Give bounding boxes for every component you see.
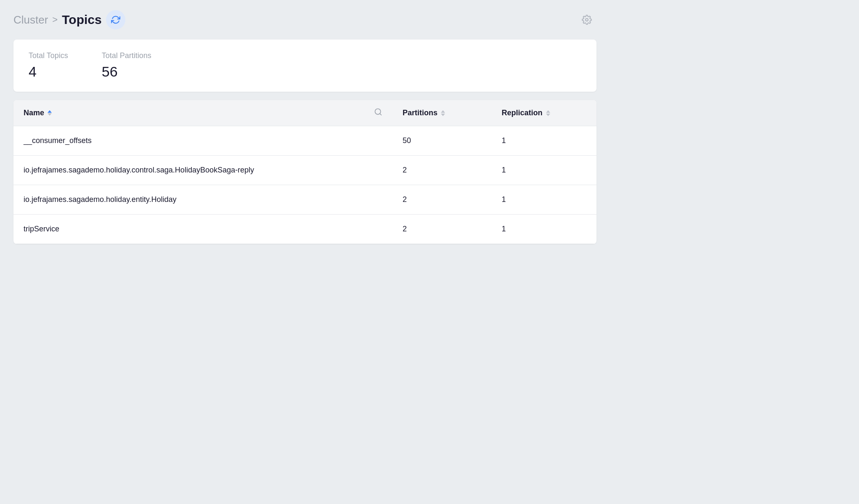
refresh-button[interactable] [106,10,125,29]
topic-partitions-cell: 2 [392,185,492,215]
total-partitions-value: 56 [102,64,151,80]
total-topics-value: 4 [29,64,68,80]
table-row[interactable]: tripService21 [13,215,597,244]
topic-replication-cell: 1 [492,215,597,244]
breadcrumb: Cluster > Topics [13,10,125,29]
topic-name: __consumer_offsets [24,136,92,145]
topic-partitions-cell: 50 [392,126,492,156]
topic-name-cell: io.jefrajames.sagademo.holiday.entity.Ho… [13,185,392,215]
settings-icon [582,15,592,25]
breadcrumb-cluster: Cluster [13,13,48,27]
column-header-replication[interactable]: Replication [492,100,597,126]
sort-down-arrow [48,113,52,116]
column-partitions-label: Partitions [403,109,437,117]
total-partitions-label: Total Partitions [102,51,151,60]
sort-down-gray-rep [546,114,550,116]
total-topics-stat: Total Topics 4 [29,51,68,80]
topic-partitions-cell: 2 [392,156,492,185]
name-search-icon[interactable] [374,108,382,118]
topic-name: io.jefrajames.sagademo.holiday.control.s… [24,166,254,174]
topic-name: tripService [24,225,59,233]
partitions-sort-icon[interactable] [441,110,445,116]
svg-line-2 [380,114,382,115]
replication-sort-icon[interactable] [546,110,550,116]
topic-replication-cell: 1 [492,156,597,185]
breadcrumb-separator: > [52,14,58,25]
topic-name-cell: io.jefrajames.sagademo.holiday.control.s… [13,156,392,185]
column-name-label: Name [24,109,44,117]
table-row[interactable]: io.jefrajames.sagademo.holiday.entity.Ho… [13,185,597,215]
sort-down-gray [441,114,445,116]
topic-name: io.jefrajames.sagademo.holiday.entity.Ho… [24,195,177,204]
topics-table-container: Name [13,100,597,244]
column-replication-label: Replication [502,109,543,117]
topic-replication-cell: 1 [492,185,597,215]
topic-name-cell: __consumer_offsets [13,126,392,156]
table-header-row: Name [13,100,597,126]
sort-up-gray [441,110,445,113]
sort-up-arrow [48,110,52,113]
topics-table: Name [13,100,597,244]
page-title: Topics [62,13,101,27]
topic-name-cell: tripService [13,215,392,244]
refresh-icon [111,15,120,24]
settings-button[interactable] [577,10,597,29]
sort-up-gray-rep [546,110,550,113]
table-row[interactable]: __consumer_offsets501 [13,126,597,156]
topic-replication-cell: 1 [492,126,597,156]
column-header-partitions[interactable]: Partitions [392,100,492,126]
topic-partitions-cell: 2 [392,215,492,244]
page-header: Cluster > Topics [13,10,597,29]
name-sort-icon[interactable] [48,110,52,116]
total-partitions-stat: Total Partitions 56 [102,51,151,80]
column-header-name[interactable]: Name [13,100,392,126]
stats-card: Total Topics 4 Total Partitions 56 [13,40,597,92]
total-topics-label: Total Topics [29,51,68,60]
svg-point-0 [586,19,588,21]
table-row[interactable]: io.jefrajames.sagademo.holiday.control.s… [13,156,597,185]
